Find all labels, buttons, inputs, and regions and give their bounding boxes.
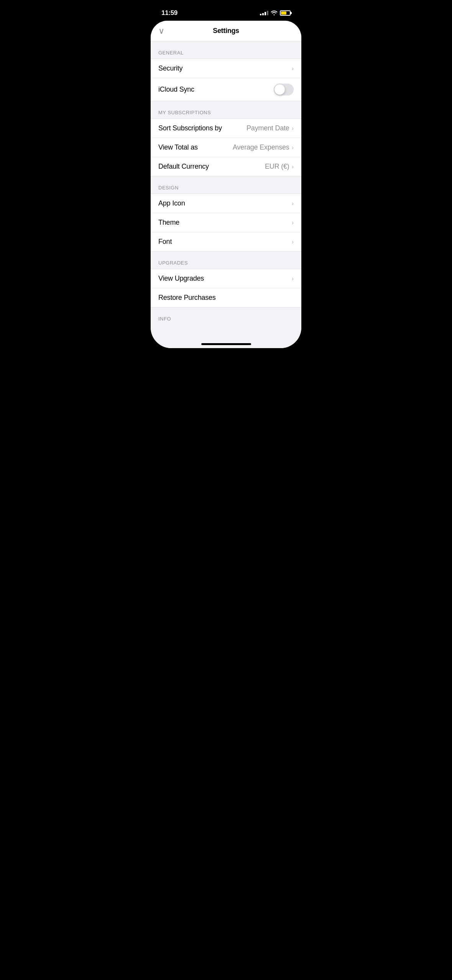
font-label: Font <box>158 238 172 246</box>
screen: ∨ Settings GENERAL Security › iCloud Syn… <box>151 21 301 348</box>
row-font[interactable]: Font › <box>151 232 301 251</box>
chevron-icon: › <box>292 144 294 151</box>
battery-fill <box>281 12 286 15</box>
row-security[interactable]: Security › <box>151 59 301 78</box>
view-total-value: Average Expenses <box>233 143 289 151</box>
chevron-icon: › <box>292 65 294 72</box>
section-upgrades: UPGRADES View Upgrades › Restore Purchas… <box>151 252 301 307</box>
restore-purchases-label: Restore Purchases <box>158 294 216 302</box>
chevron-icon: › <box>292 219 294 226</box>
app-icon-label: App Icon <box>158 199 185 207</box>
theme-label: Theme <box>158 219 179 227</box>
phone-frame: 11:59 ∨ Settings <box>151 0 301 348</box>
row-view-total[interactable]: View Total as Average Expenses › <box>151 138 301 157</box>
battery-icon <box>280 10 291 16</box>
section-header-general: GENERAL <box>151 41 301 59</box>
page-title: Settings <box>213 27 239 35</box>
section-info: INFO <box>151 307 301 325</box>
default-currency-value: EUR (€) <box>265 163 289 171</box>
row-app-icon[interactable]: App Icon › <box>151 194 301 213</box>
section-header-upgrades: UPGRADES <box>151 252 301 269</box>
chevron-icon: › <box>292 275 294 282</box>
view-total-label: View Total as <box>158 143 198 151</box>
row-restore-purchases[interactable]: Restore Purchases <box>151 288 301 307</box>
default-currency-right: EUR (€) › <box>265 163 294 171</box>
icloud-sync-label: iCloud Sync <box>158 86 194 94</box>
dismiss-button[interactable]: ∨ <box>158 26 164 36</box>
section-header-design: DESIGN <box>151 176 301 194</box>
security-label: Security <box>158 64 182 72</box>
row-sort-subscriptions[interactable]: Sort Subscriptions by Payment Date › <box>151 119 301 138</box>
chevron-icon: › <box>292 163 294 170</box>
home-indicator-area <box>151 340 301 348</box>
section-group-subscriptions: Sort Subscriptions by Payment Date › Vie… <box>151 118 301 176</box>
row-view-upgrades[interactable]: View Upgrades › <box>151 269 301 288</box>
theme-right: › <box>292 219 294 226</box>
row-default-currency[interactable]: Default Currency EUR (€) › <box>151 157 301 176</box>
sort-subscriptions-value: Payment Date <box>247 124 289 132</box>
sort-subscriptions-right: Payment Date › <box>247 124 294 132</box>
section-group-upgrades: View Upgrades › Restore Purchases <box>151 269 301 307</box>
wifi-icon <box>271 10 278 16</box>
row-icloud-sync[interactable]: iCloud Sync <box>151 78 301 101</box>
icloud-sync-toggle[interactable] <box>274 84 294 95</box>
section-design: DESIGN App Icon › Theme › <box>151 176 301 252</box>
status-icons <box>260 10 291 16</box>
section-header-subscriptions: MY SUBSCRIPTIONS <box>151 101 301 118</box>
settings-content: GENERAL Security › iCloud Sync <box>151 41 301 340</box>
view-total-right: Average Expenses › <box>233 143 294 151</box>
status-bar: 11:59 <box>151 0 301 21</box>
row-theme[interactable]: Theme › <box>151 213 301 232</box>
font-right: › <box>292 238 294 245</box>
chevron-icon: › <box>292 238 294 245</box>
nav-bar: ∨ Settings <box>151 21 301 41</box>
status-time: 11:59 <box>161 9 178 17</box>
home-indicator <box>201 343 251 345</box>
chevron-icon: › <box>292 200 294 207</box>
section-group-general: Security › iCloud Sync <box>151 59 301 101</box>
security-right: › <box>292 65 294 72</box>
view-upgrades-right: › <box>292 275 294 282</box>
section-my-subscriptions: MY SUBSCRIPTIONS Sort Subscriptions by P… <box>151 101 301 176</box>
app-icon-right: › <box>292 200 294 207</box>
section-group-design: App Icon › Theme › Font › <box>151 194 301 252</box>
section-header-info: INFO <box>151 307 301 325</box>
signal-bars-icon <box>260 11 268 15</box>
default-currency-label: Default Currency <box>158 163 209 171</box>
chevron-icon: › <box>292 125 294 132</box>
sort-subscriptions-label: Sort Subscriptions by <box>158 124 222 132</box>
section-general: GENERAL Security › iCloud Sync <box>151 41 301 101</box>
toggle-knob <box>274 84 285 95</box>
view-upgrades-label: View Upgrades <box>158 275 204 283</box>
